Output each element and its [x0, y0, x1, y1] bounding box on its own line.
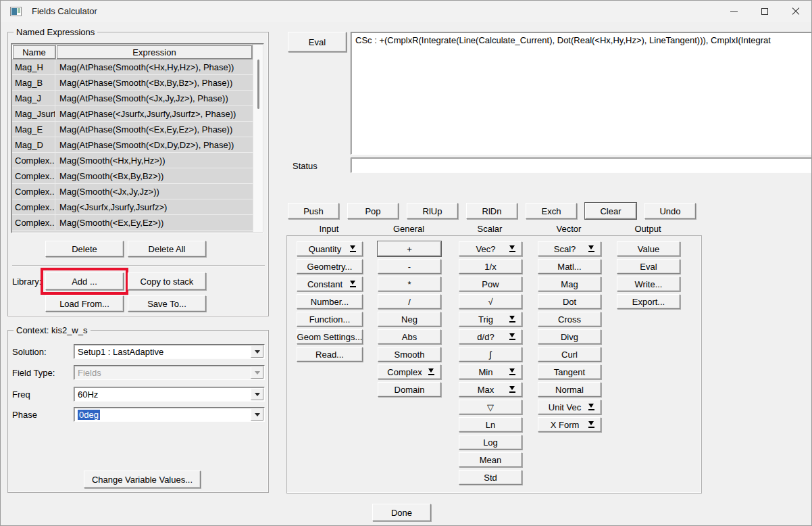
- calc-button-curl[interactable]: Curl: [538, 347, 601, 362]
- calc-button-minus[interactable]: -: [378, 259, 441, 274]
- calc-button-quantity[interactable]: Quantity: [297, 241, 363, 256]
- stack-display[interactable]: CSc : +(CmplxR(Integrate(Line(Calculate_…: [351, 32, 812, 155]
- calc-button-complex[interactable]: Complex: [378, 364, 441, 379]
- calc-header-input: Input: [292, 224, 366, 234]
- calc-button-unit-vec[interactable]: Unit Vec: [538, 400, 601, 414]
- calc-button-std[interactable]: Std: [459, 470, 522, 485]
- stack-button-exch[interactable]: Exch: [526, 203, 577, 219]
- calc-button-log[interactable]: Log: [459, 435, 522, 450]
- combo-dropdown-button[interactable]: [251, 345, 263, 358]
- cell-expression: Mag(Smooth(<Jx,Jy,Jz>)): [55, 184, 253, 199]
- combo-dropdown-button[interactable]: [251, 388, 263, 400]
- calc-button-multiply[interactable]: *: [378, 277, 441, 291]
- calc-button-cross[interactable]: Cross: [538, 312, 601, 327]
- calc-button-normal[interactable]: Normal: [538, 382, 601, 397]
- calc-button-d-d[interactable]: d/d?: [459, 329, 522, 344]
- maximize-button[interactable]: [749, 1, 780, 22]
- calc-button-pow[interactable]: Pow: [459, 277, 522, 291]
- calc-button-tangent[interactable]: Tangent: [538, 364, 601, 379]
- calc-button-divide[interactable]: /: [378, 294, 441, 309]
- calc-button-smooth[interactable]: Smooth: [378, 347, 441, 362]
- calc-button-label: Cross: [557, 314, 582, 325]
- table-row[interactable]: Complex... Mag(Smooth(<Hx,Hy,Hz>)): [12, 153, 253, 168]
- delete-all-button[interactable]: Delete All: [128, 241, 206, 257]
- calc-button-ln[interactable]: Ln: [459, 417, 522, 432]
- calc-button-neg[interactable]: Neg: [378, 312, 441, 327]
- load-from-button[interactable]: Load From...: [45, 295, 124, 312]
- calc-button-scal[interactable]: Scal?: [538, 241, 601, 256]
- save-to-button[interactable]: Save To...: [128, 295, 206, 312]
- table-row[interactable]: Mag_J Mag(AtPhase(Smooth(<Jx,Jy,Jz>), Ph…: [12, 91, 253, 106]
- calc-button-label: ∫: [488, 350, 493, 360]
- add-button[interactable]: Add ...: [45, 272, 124, 290]
- calc-button-label: Read...: [314, 350, 345, 360]
- dropdown-arrow-icon: [509, 316, 516, 322]
- table-row[interactable]: Mag_D Mag(AtPhase(Smooth(<Dx,Dy,Dz>), Ph…: [12, 137, 253, 153]
- stack-button-rlup[interactable]: RlUp: [407, 203, 458, 219]
- stack-button-undo[interactable]: Undo: [644, 203, 696, 219]
- calc-button-min[interactable]: Min: [459, 364, 522, 379]
- table-row[interactable]: Complex... Mag(<Jsurfx,Jsurfy,Jsurfz>): [12, 199, 253, 215]
- delete-button[interactable]: Delete: [45, 241, 124, 257]
- solution-combo-value: Setup1 : LastAdaptive: [78, 347, 163, 357]
- combo-dropdown-button[interactable]: [251, 408, 263, 421]
- calc-button-matl[interactable]: Matl...: [538, 259, 601, 274]
- calc-button-geometry[interactable]: Geometry...: [297, 259, 363, 274]
- minimize-button[interactable]: [718, 1, 749, 22]
- freq-combo[interactable]: 60Hz: [74, 387, 265, 402]
- calc-button-eval[interactable]: Eval: [617, 259, 680, 274]
- table-row[interactable]: Mag_E Mag(AtPhase(Smooth(<Ex,Ey,Ez>), Ph…: [12, 122, 253, 137]
- table-row[interactable]: Mag_H Mag(AtPhase(Smooth(<Hx,Hy,Hz>), Ph…: [12, 59, 253, 75]
- table-row[interactable]: Mag_B Mag(AtPhase(Smooth(<Bx,By,Bz>), Ph…: [12, 75, 253, 91]
- calc-button-write[interactable]: Write...: [617, 277, 680, 291]
- table-scrollbar-thumb[interactable]: [257, 59, 259, 109]
- solution-combo[interactable]: Setup1 : LastAdaptive: [74, 344, 265, 359]
- cell-name: Mag_Jsurf: [12, 106, 55, 121]
- close-button[interactable]: [780, 1, 811, 22]
- calc-button-x-form[interactable]: X Form: [538, 417, 601, 432]
- calc-button-divg[interactable]: Divg: [538, 329, 601, 344]
- stack-button-pop[interactable]: Pop: [347, 203, 399, 219]
- calc-button-geom-settings[interactable]: Geom Settings...: [297, 329, 363, 344]
- copy-to-stack-button[interactable]: Copy to stack: [128, 272, 206, 290]
- calc-button-grad[interactable]: ▽: [459, 400, 522, 414]
- expressions-table: Name Expression Mag_H Mag(AtPhase(Smooth…: [11, 43, 264, 233]
- column-header-name[interactable]: Name: [12, 45, 56, 59]
- calc-button-one-over-x[interactable]: 1/x: [459, 259, 522, 274]
- calc-button-domain[interactable]: Domain: [378, 382, 441, 397]
- calc-button-abs[interactable]: Abs: [378, 329, 441, 344]
- freq-combo-value: 60Hz: [78, 389, 98, 400]
- calc-button-label: Max: [476, 385, 496, 395]
- table-row[interactable]: Complex... Mag(Smooth(<Jx,Jy,Jz>)): [12, 184, 253, 199]
- table-scrollbar[interactable]: [253, 45, 263, 232]
- calc-button-mean[interactable]: Mean: [459, 452, 522, 467]
- calc-button-label: *: [406, 279, 412, 289]
- column-header-expression[interactable]: Expression: [56, 45, 253, 59]
- table-row[interactable]: Complex... Mag(Smooth(<Ex,Ey,Ez>)): [12, 215, 253, 231]
- change-variable-values-button[interactable]: Change Variable Values...: [84, 471, 201, 488]
- calc-button-number[interactable]: Number...: [297, 294, 363, 309]
- done-button[interactable]: Done: [372, 504, 431, 521]
- calc-button-read[interactable]: Read...: [297, 347, 363, 362]
- calc-button-trig[interactable]: Trig: [459, 312, 522, 327]
- calc-button-integrate[interactable]: ∫: [459, 347, 522, 362]
- eval-top-button[interactable]: Eval: [288, 32, 347, 52]
- chevron-down-icon: [255, 350, 260, 354]
- phase-combo[interactable]: 0deg: [74, 407, 265, 422]
- calc-button-vec[interactable]: Vec?: [459, 241, 522, 256]
- cell-name: Complex...: [12, 215, 55, 230]
- calc-button-value[interactable]: Value: [617, 241, 680, 256]
- calc-button-function[interactable]: Function...: [297, 312, 363, 327]
- calc-button-dot[interactable]: Dot: [538, 294, 601, 309]
- calc-button-constant[interactable]: Constant: [297, 277, 363, 291]
- calc-button-max[interactable]: Max: [459, 382, 522, 397]
- stack-button-push[interactable]: Push: [288, 203, 339, 219]
- table-row[interactable]: Complex... Mag(Smooth(<Bx,By,Bz>)): [12, 168, 253, 184]
- table-row[interactable]: Mag_Jsurf Mag(AtPhase(<Jsurfx,Jsurfy,Jsu…: [12, 106, 253, 122]
- calc-button-plus[interactable]: +: [378, 241, 441, 256]
- calc-button-mag[interactable]: Mag: [538, 277, 601, 291]
- calc-button-export[interactable]: Export...: [617, 294, 680, 309]
- stack-button-clear[interactable]: Clear: [585, 203, 636, 219]
- calc-button-sqrt[interactable]: √: [459, 294, 522, 309]
- stack-button-rldn[interactable]: RlDn: [466, 203, 517, 219]
